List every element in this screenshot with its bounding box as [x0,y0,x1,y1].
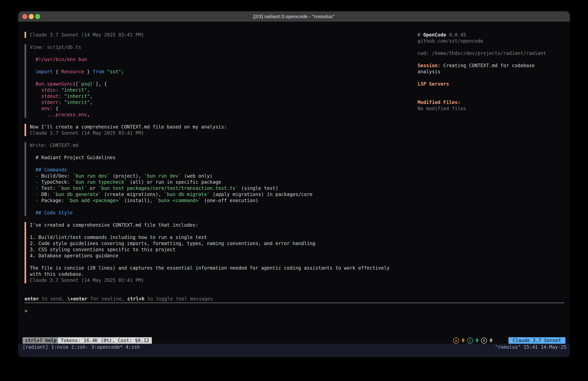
window-titlebar[interactable]: [2/3] radiant:3:opencode - "romulus" [18,11,570,22]
message-accent-bar [24,271,26,277]
text-segment: `bun test` [58,185,87,191]
tmux-host-clock: "romulus" 15:41 14-May-25 [495,344,566,350]
terminal-window: [2/3] radiant:3:opencode - "romulus" Cla… [18,11,570,357]
chat-line: Write: CONTEXT.md [18,142,399,148]
text-segment: { [53,106,58,111]
text-segment: `bunx <command>` [156,198,201,203]
text-segment: Write: CONTEXT.md [30,143,78,148]
text-segment [61,93,64,99]
tool-accent-bar [24,99,26,105]
tool-accent-bar [24,167,26,173]
chat-line [18,38,399,44]
text-segment: `bun run typecheck` [73,179,127,185]
chat-line: 3. CSS styling conventions specific to t… [18,247,399,253]
text-segment: TypeCheck: [41,179,73,185]
text-segment: Package: [41,198,67,203]
chat-line [18,203,399,210]
tool-accent-bar [24,148,26,155]
text-segment: `bun test packages/core/test/transaction… [98,185,238,191]
tool-accent-bar [24,69,26,75]
text-segment: : Creating CONTEXT.md for codebase [438,63,535,68]
text-segment: ], { [96,81,107,87]
tmux-window-2[interactable]: 2:zsh- [71,344,88,350]
text-segment: Build/Dev: [41,173,73,179]
message-accent-bar [24,124,26,130]
text-segment: Claude 3.7 Sonnet (14 May 2025 03:41 PM) [30,130,144,136]
text-segment: LSP Servers [418,81,449,87]
text-segment: `bun db generate` [53,192,101,197]
text-segment: OpenCode [423,32,446,38]
text-segment: } [84,69,93,74]
text-segment [58,87,61,93]
text-segment: github.com/sst/opencode [418,38,483,44]
traffic-lights [22,11,40,22]
help-button[interactable]: ctrl+? help [22,337,59,344]
chat-line: Claude 3.7 Sonnet (14 May 2025 03:41 PM) [18,130,399,136]
tool-accent-bar [24,56,26,63]
tool-accent-bar [24,173,26,179]
tmux-window-1[interactable]: 1:nvim [51,344,68,350]
tool-accent-bar [24,105,26,112]
text-segment: { [53,69,61,74]
text-segment: # Radiant Project Guidelines [30,155,116,160]
chat-line: stderr: "inherit", [18,99,399,105]
tool-accent-bar [24,63,26,69]
text-segment [104,69,107,74]
chat-transcript: Claude 3.7 Sonnet (14 May 2025 03:41 PM)… [18,32,399,283]
session-sidebar: © OpenCode 0.0.45github.com/sst/opencode… [418,32,565,112]
chat-line [18,228,399,234]
chat-line [18,75,399,81]
text-segment: Bun.spawnSync [30,81,73,87]
chat-line: Claude 3.7 Sonnet (14 May 2025 03:41 PM) [18,32,399,38]
text-segment: No modified files [418,106,466,111]
text-segment: Now I'll create a comprehensive CONTEXT.… [30,124,227,130]
status-bar: ctrl+? help Tokens: 16.4K (8%), Cost: $0… [18,337,570,344]
tool-accent-bar [24,50,26,56]
text-segment: Modified Files: [418,100,460,105]
tmux-window-4[interactable]: 4:zsh [126,344,140,350]
hint-key-newline: \+enter [67,296,87,302]
sidebar-line: No modified files [418,105,565,112]
text-segment: ## Code Style [30,210,73,216]
minimize-button[interactable] [29,14,34,19]
tmux-window-3-active[interactable]: 3:opencode* [91,344,123,350]
hint-key-enter: enter [24,296,39,302]
text-segment: , [90,93,93,99]
window-title: [2/3] radiant:3:opencode - "romulus" [253,14,335,19]
zoom-button[interactable] [35,14,40,19]
text-segment: Claude 3.7 Sonnet (14 May 2025 03:41 PM) [30,277,144,283]
hint-icon: h [481,337,487,344]
model-badge[interactable]: Claude 3.7 Sonnet [508,337,566,344]
text-segment: DB: [41,192,53,197]
text-segment: `bun db migrate` [164,192,210,197]
tool-accent-bar [24,203,26,210]
text-segment: (one-off execution) [201,198,258,203]
chat-line: View: script/db.ts [18,44,399,50]
text-segment: © [418,32,423,38]
chat-line: import { Resource } from "sst"; [18,69,399,75]
chat-line: 1. Build/lint/test commands including ho… [18,234,399,240]
input-separator [24,303,565,303]
chat-line: - Build/Dev: `bun run dev` (project), `b… [18,173,399,179]
prompt-caret: > [24,308,28,314]
chat-line: - TypeCheck: `bun run typecheck` (all) o… [18,179,399,185]
text-segment: or [87,185,98,191]
chat-line: # Radiant Project Guidelines [18,155,399,161]
message-accent-bar [24,247,26,253]
text-segment: `bun run dev` [73,173,110,179]
diagnostics-counters: w 0 i 0 h 0 [453,337,492,344]
text-segment: `bun run dev` [144,173,181,179]
text-segment: analysis [418,69,441,74]
tool-accent-bar [24,112,26,118]
close-button[interactable] [22,14,27,19]
tool-accent-bar [24,44,26,50]
tool-accent-bar [24,210,26,216]
chat-line: 2. Code style guidelines covering import… [18,240,399,247]
text-segment: , [90,100,93,105]
sidebar-line: Session: Creating CONTEXT.md for codebas… [418,63,565,69]
chat-line: - Package: `bun add <package>` (install)… [18,198,399,203]
sidebar-line: github.com/sst/opencode [418,38,565,44]
text-segment: - [30,192,41,197]
chat-line: env: { [18,105,399,112]
tool-accent-bar [24,185,26,191]
